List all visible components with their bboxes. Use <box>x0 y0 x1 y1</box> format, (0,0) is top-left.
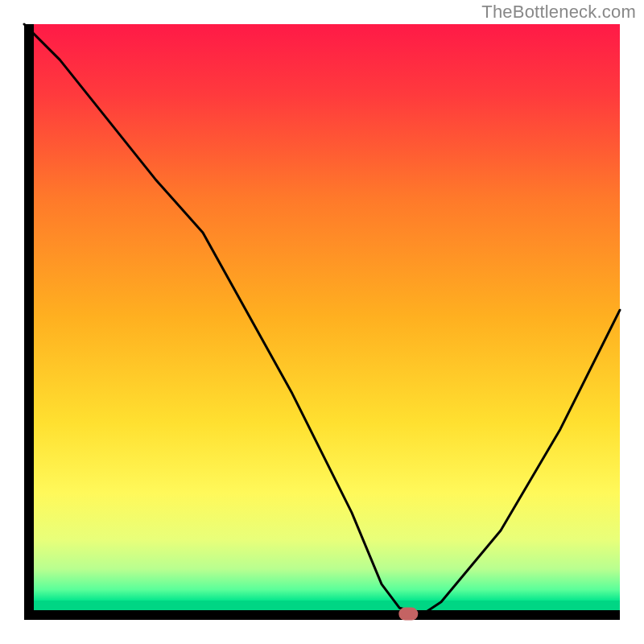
bottleneck-plot <box>0 0 644 644</box>
svg-rect-3 <box>24 610 620 620</box>
svg-rect-2 <box>24 24 34 620</box>
watermark-text: TheBottleneck.com <box>481 2 636 23</box>
chart-frame: TheBottleneck.com <box>0 0 644 644</box>
svg-rect-4 <box>398 608 418 621</box>
svg-rect-0 <box>34 24 620 610</box>
svg-rect-1 <box>34 601 620 610</box>
